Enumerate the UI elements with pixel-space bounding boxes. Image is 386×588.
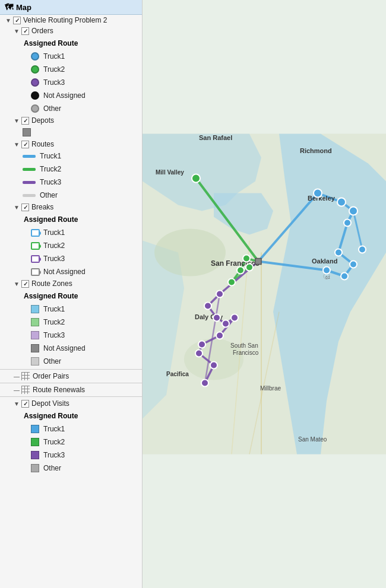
legend-label: Other bbox=[40, 191, 58, 199]
square-icon bbox=[30, 343, 40, 354]
depots-node[interactable]: ▼ Depots bbox=[0, 115, 142, 126]
legend-item: Truck2 bbox=[0, 316, 142, 329]
legend-item: Truck2 bbox=[0, 163, 142, 176]
svg-point-49 bbox=[204, 303, 211, 310]
legend-label: Truck3 bbox=[43, 255, 65, 263]
map-area: 61 bbox=[143, 0, 386, 588]
legend-label: Truck2 bbox=[43, 65, 65, 74]
svg-text:South San: South San bbox=[230, 342, 258, 349]
circle-icon bbox=[30, 77, 40, 88]
routes-label: Routes bbox=[31, 140, 54, 148]
routes-arrow: ▼ bbox=[13, 141, 20, 148]
legend-label: Truck1 bbox=[43, 228, 65, 237]
break-icon bbox=[30, 266, 40, 277]
svg-point-57 bbox=[201, 380, 208, 387]
breaks-node[interactable]: ▼ Breaks bbox=[0, 202, 142, 212]
depots-arrow: ▼ bbox=[13, 117, 20, 124]
legend-item: Truck3 bbox=[0, 449, 142, 462]
legend-item: Truck2 bbox=[0, 239, 142, 252]
depot-visits-label: Depot Visits bbox=[31, 399, 69, 408]
svg-point-45 bbox=[237, 267, 244, 274]
legend-label: Other bbox=[43, 464, 61, 472]
depots-checkbox[interactable] bbox=[21, 117, 29, 125]
svg-point-65 bbox=[341, 273, 348, 280]
svg-point-60 bbox=[349, 207, 357, 215]
legend-item bbox=[0, 126, 142, 139]
svg-point-61 bbox=[344, 220, 351, 227]
route-zones-checkbox[interactable] bbox=[21, 280, 29, 288]
legend-item: Truck1 bbox=[0, 150, 142, 163]
legend-label: Truck2 bbox=[40, 165, 61, 173]
map-svg: 61 bbox=[143, 0, 386, 588]
panel-title: 🗺 Map bbox=[0, 0, 142, 15]
legend-item: Other bbox=[0, 462, 142, 475]
svg-text:Richmond: Richmond bbox=[300, 147, 332, 154]
vrp-label: Vehicle Routing Problem 2 bbox=[23, 16, 107, 24]
legend-item: Truck1 bbox=[0, 303, 142, 316]
line-icon bbox=[21, 151, 37, 161]
square-icon bbox=[30, 317, 40, 328]
square-icon bbox=[30, 330, 40, 341]
depots-items bbox=[0, 126, 142, 139]
square-icon bbox=[30, 304, 40, 314]
legend-item: Truck1 bbox=[0, 226, 142, 239]
legend-item: Truck1 bbox=[0, 50, 142, 63]
svg-point-50 bbox=[213, 314, 220, 322]
route-zones-node[interactable]: ▼ Route Zones bbox=[0, 278, 142, 289]
square-icon bbox=[21, 127, 32, 138]
line-icon bbox=[21, 177, 37, 187]
legend-item: Truck2 bbox=[0, 63, 142, 76]
svg-point-48 bbox=[216, 291, 223, 298]
legend-label: Truck2 bbox=[43, 438, 65, 446]
legend-item: Truck3 bbox=[0, 329, 142, 342]
order-pairs-node[interactable]: — Order Pairs bbox=[0, 371, 142, 382]
square-icon bbox=[30, 424, 40, 434]
line-icon bbox=[21, 190, 37, 201]
vrp-node[interactable]: ▼ Vehicle Routing Problem 2 bbox=[0, 15, 142, 26]
svg-point-59 bbox=[337, 198, 346, 206]
legend-label: Not Assigned bbox=[43, 344, 86, 352]
legend-label: Truck3 bbox=[43, 78, 65, 87]
depot-visits-items: Truck1Truck2Truck3Other bbox=[0, 422, 142, 475]
square-icon bbox=[30, 356, 40, 367]
svg-text:Pacifica: Pacifica bbox=[166, 371, 189, 377]
order-pairs-label: Order Pairs bbox=[33, 372, 69, 380]
svg-point-54 bbox=[198, 341, 205, 348]
orders-checkbox[interactable] bbox=[21, 27, 29, 35]
svg-text:San Rafael: San Rafael bbox=[199, 134, 232, 141]
route-renewals-node[interactable]: — Route Renewals bbox=[0, 384, 142, 395]
legend-item: Truck3 bbox=[0, 76, 142, 89]
depot-visits-checkbox[interactable] bbox=[21, 400, 29, 408]
map-icon: 🗺 bbox=[5, 2, 13, 12]
order-pairs-arrow: — bbox=[13, 373, 20, 380]
svg-text:Millbrae: Millbrae bbox=[260, 385, 281, 392]
legend-label: Truck2 bbox=[43, 241, 65, 250]
svg-point-53 bbox=[216, 332, 223, 339]
order-pairs-grid-icon bbox=[21, 372, 30, 380]
legend-item: Truck3 bbox=[0, 176, 142, 189]
depot-visits-node[interactable]: ▼ Depot Visits bbox=[0, 398, 142, 409]
legend-label: Truck1 bbox=[43, 52, 65, 61]
circle-icon bbox=[30, 90, 40, 101]
svg-point-58 bbox=[314, 189, 322, 198]
orders-items: Truck1Truck2Truck3Not AssignedOther bbox=[0, 50, 142, 115]
svg-text:Oakland: Oakland bbox=[312, 258, 337, 265]
depots-label: Depots bbox=[31, 116, 54, 125]
vrp-checkbox[interactable] bbox=[13, 17, 21, 24]
svg-rect-67 bbox=[255, 259, 261, 265]
orders-node[interactable]: ▼ Orders bbox=[0, 26, 142, 36]
legend-item: Not Assigned bbox=[0, 265, 142, 278]
legend-label: Not Assigned bbox=[43, 268, 86, 276]
legend-item: Other bbox=[0, 102, 142, 115]
routes-node[interactable]: ▼ Routes bbox=[0, 139, 142, 150]
legend-item: Truck2 bbox=[0, 436, 142, 449]
square-icon bbox=[30, 450, 40, 460]
svg-text:61: 61 bbox=[325, 275, 330, 279]
panel-title-label: Map bbox=[16, 3, 31, 12]
routes-checkbox[interactable] bbox=[21, 141, 29, 148]
breaks-checkbox[interactable] bbox=[21, 204, 29, 211]
legend-label: Not Assigned bbox=[43, 91, 86, 100]
legend-label: Other bbox=[43, 357, 61, 365]
legend-label: Truck1 bbox=[43, 305, 65, 313]
svg-point-52 bbox=[231, 314, 238, 322]
